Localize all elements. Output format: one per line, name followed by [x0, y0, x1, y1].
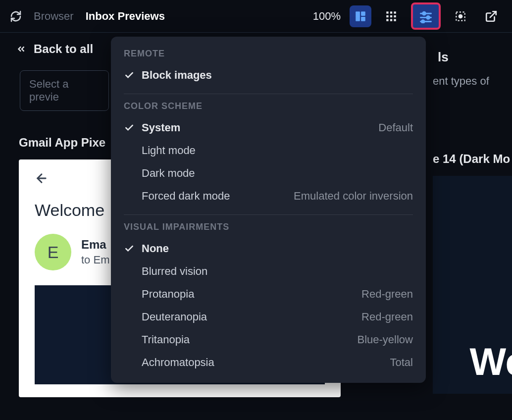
- divider: [124, 94, 413, 94]
- option-hint: Default: [378, 121, 413, 134]
- option-dark-mode[interactable]: Dark mode: [111, 162, 426, 185]
- sliders-icon[interactable]: [411, 2, 441, 30]
- preview-card-dark: We: [433, 176, 512, 394]
- svg-rect-6: [386, 15, 388, 17]
- avatar: E: [35, 234, 71, 270]
- svg-rect-10: [390, 19, 392, 21]
- option-hint: Blue-yellow: [358, 333, 413, 346]
- tab-inbox-previews[interactable]: Inbox Previews: [86, 10, 165, 23]
- option-label: Block images: [142, 69, 212, 82]
- svg-rect-9: [386, 19, 388, 21]
- settings-dropdown: REMOTE Block images COLOR SCHEME System …: [111, 37, 426, 383]
- dark-welcome-fragment: We: [469, 339, 512, 384]
- check-icon: [124, 123, 135, 133]
- option-hint: Red-green: [361, 288, 413, 301]
- svg-rect-11: [394, 19, 396, 21]
- option-light-mode[interactable]: Light mode: [111, 139, 426, 162]
- option-system[interactable]: System Default: [111, 116, 426, 139]
- screenshot-icon[interactable]: [450, 5, 471, 27]
- top-right-group: 100%: [313, 2, 502, 30]
- back-to-all[interactable]: Back to all: [16, 42, 93, 56]
- option-deuteranopia[interactable]: Deuteranopia Red-green: [111, 306, 426, 328]
- preview-title-right: e 14 (Dark Mo: [428, 152, 512, 166]
- refresh-icon[interactable]: [10, 10, 22, 22]
- svg-rect-1: [361, 11, 365, 16]
- top-bar: Browser Inbox Previews 100%: [0, 0, 512, 33]
- check-icon: [124, 244, 135, 254]
- svg-rect-7: [390, 15, 392, 17]
- option-label: System: [142, 121, 180, 134]
- option-label: Forced dark mode: [142, 190, 230, 203]
- sender-name: Ema: [81, 238, 109, 252]
- preview-select[interactable]: Select a previe: [20, 70, 109, 111]
- option-forced-dark-mode[interactable]: Forced dark mode Emulated color inversio…: [111, 185, 426, 208]
- section-visual-label: VISUAL IMPAIRMENTS: [111, 222, 426, 237]
- option-label: Achromatopsia: [142, 356, 214, 369]
- option-label: Blurred vision: [142, 265, 207, 278]
- check-icon: [124, 70, 135, 80]
- option-tritanopia[interactable]: Tritanopia Blue-yellow: [111, 328, 426, 351]
- top-left-group: Browser Inbox Previews: [10, 10, 165, 23]
- option-block-images[interactable]: Block images: [111, 64, 426, 87]
- svg-rect-0: [356, 11, 360, 21]
- option-hint: Red-green: [361, 311, 413, 323]
- section-remote-label: REMOTE: [111, 49, 426, 64]
- option-protanopia[interactable]: Protanopia Red-green: [111, 283, 426, 306]
- option-none[interactable]: None: [111, 237, 426, 260]
- option-label: Light mode: [142, 144, 196, 157]
- svg-rect-4: [390, 11, 392, 13]
- option-label: Deuteranopia: [142, 311, 207, 323]
- zoom-level: 100%: [313, 10, 341, 23]
- svg-point-13: [423, 12, 426, 15]
- svg-rect-8: [394, 15, 396, 17]
- svg-line-20: [490, 11, 496, 17]
- svg-point-17: [421, 20, 424, 23]
- sender-info: Ema to Em: [81, 238, 109, 266]
- svg-rect-3: [386, 11, 388, 13]
- option-label: Protanopia: [142, 288, 194, 301]
- sender-to: to Em: [81, 254, 109, 266]
- svg-rect-2: [361, 17, 365, 21]
- option-hint: Total: [390, 356, 413, 369]
- divider: [124, 214, 413, 215]
- back-label: Back to all: [34, 42, 93, 56]
- option-label: Dark mode: [142, 167, 195, 180]
- section-colorscheme-label: COLOR SCHEME: [111, 101, 426, 116]
- layout-panel-icon[interactable]: [350, 5, 371, 27]
- option-hint: Emulated color inversion: [294, 190, 413, 203]
- tab-browser[interactable]: Browser: [34, 10, 74, 23]
- svg-point-15: [427, 16, 430, 19]
- right-heading-fragment: ls: [428, 50, 512, 65]
- open-external-icon[interactable]: [480, 5, 502, 27]
- option-achromatopsia[interactable]: Achromatopsia Total: [111, 351, 426, 374]
- option-label: Tritanopia: [142, 333, 190, 346]
- svg-point-19: [459, 14, 462, 18]
- grid-icon[interactable]: [380, 5, 402, 27]
- right-strip: ls ent types of e 14 (Dark Mo We: [428, 35, 512, 381]
- svg-rect-5: [394, 11, 396, 13]
- chevrons-left-icon: [16, 44, 27, 54]
- option-label: None: [142, 242, 169, 255]
- right-desc-fragment: ent types of: [428, 75, 512, 88]
- option-blurred-vision[interactable]: Blurred vision: [111, 260, 426, 283]
